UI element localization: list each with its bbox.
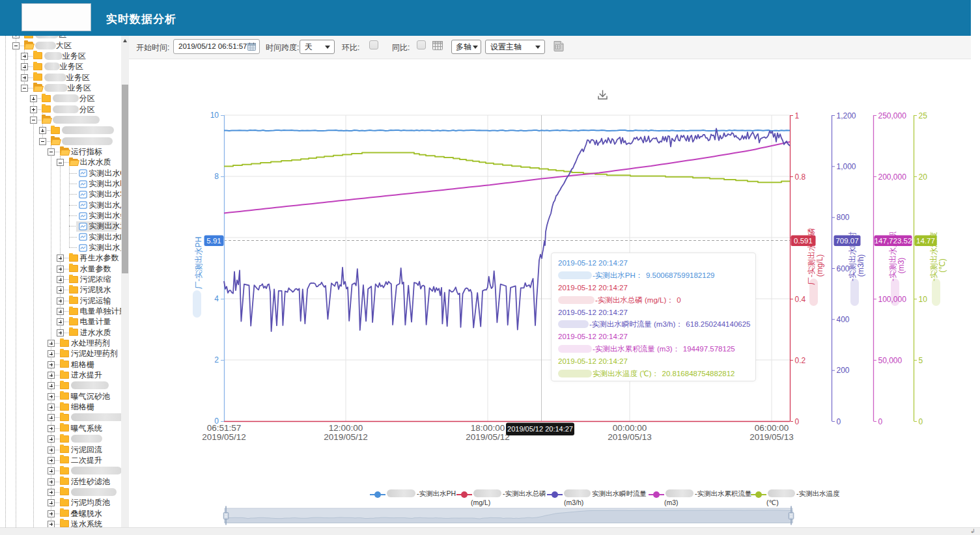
svg-text:06:00:00: 06:00:00 [755,423,789,433]
svg-text:10: 10 [919,295,928,304]
svg-text:(mg/L): (mg/L) [815,254,824,277]
svg-text:2019/05/13: 2019/05/13 [749,432,794,442]
svg-text:2019/05/13: 2019/05/13 [608,432,652,442]
svg-text:250,000: 250,000 [878,111,907,120]
svg-text:(m3): (m3) [897,258,906,274]
svg-text:20: 20 [919,172,928,182]
svg-text:50,000: 50,000 [878,356,903,365]
svg-text:10: 10 [210,111,219,120]
svg-text:0: 0 [919,417,923,426]
svg-text:147,723.52: 147,723.52 [875,237,912,245]
svg-text:0: 0 [878,417,883,426]
svg-text:2019/05/12: 2019/05/12 [324,432,368,442]
svg-text:(℃): (℃) [938,258,947,272]
svg-text:14.77: 14.77 [916,237,935,245]
svg-text:06:51:57: 06:51:57 [207,423,242,433]
svg-text:5.91: 5.91 [206,237,221,245]
svg-text:200: 200 [837,366,850,375]
svg-text:1: 1 [795,111,800,120]
svg-text:0: 0 [795,417,800,426]
svg-text:0: 0 [837,417,841,426]
svg-text:8: 8 [214,172,219,181]
svg-text:厂-实测出水PH: 厂-实测出水PH [194,237,203,290]
svg-text:2019/05/12: 2019/05/12 [466,432,510,442]
svg-text:2019/05/12 20:14:27: 2019/05/12 20:14:27 [507,425,573,433]
svg-text:709.07: 709.07 [835,237,858,245]
svg-text:(m3/h): (m3/h) [856,254,865,277]
svg-text:25: 25 [919,111,928,120]
svg-text:0.2: 0.2 [795,356,806,365]
svg-text:5: 5 [919,356,923,365]
svg-text:800: 800 [837,213,850,222]
svg-text:1,000: 1,000 [837,162,856,171]
svg-text:2: 2 [214,355,219,364]
svg-text:0.591: 0.591 [794,237,813,245]
svg-text:400: 400 [837,315,850,324]
svg-text:2019/05/12: 2019/05/12 [202,432,246,442]
svg-text:0.4: 0.4 [795,295,806,304]
svg-text:18:00:00: 18:00:00 [471,423,505,433]
svg-text:200,000: 200,000 [878,172,907,182]
svg-text:0.8: 0.8 [795,172,806,182]
svg-text:12:00:00: 12:00:00 [329,423,363,433]
svg-text:1,200: 1,200 [837,111,856,120]
svg-text:4: 4 [214,294,219,303]
svg-text:00:00:00: 00:00:00 [613,423,647,433]
